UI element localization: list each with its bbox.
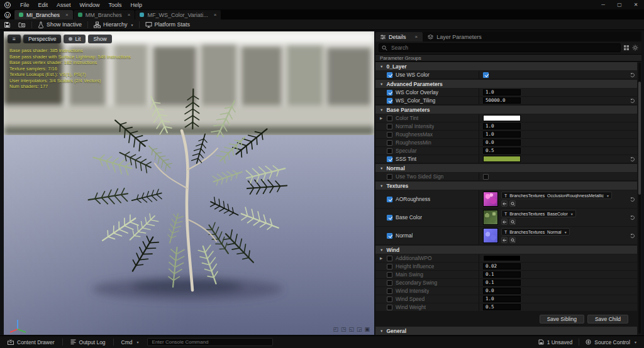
group-header-advanced-parameters[interactable]: ▼ Advanced Parameters [375,80,637,89]
save-button[interactable] [0,19,14,30]
tab-layer-parameters[interactable]: Layer Parameters [423,32,487,41]
use-selected-asset-icon[interactable] [501,200,508,207]
reset-to-default-icon[interactable] [629,214,636,221]
group-header-normal[interactable]: ▼ Normal [375,164,637,173]
texture-asset-combo[interactable]: T_BranchesTextures_BaseColor ▾ [501,210,576,217]
number-field[interactable]: 0.1 [483,271,521,278]
number-field[interactable]: 0.0 [483,288,521,294]
number-field[interactable]: 1.0 [483,89,521,95]
param-enable-checkbox[interactable] [387,156,392,162]
param-enable-checkbox[interactable] [387,72,392,78]
view-options-grid-icon[interactable] [623,45,630,51]
show-flags-button[interactable]: Show [88,35,111,43]
details-scrollbar[interactable] [638,63,641,334]
texture-asset-combo[interactable]: T_BranchesTextures_OcclusionRoughnessMet… [501,192,612,199]
minimize-button[interactable]: ─ [595,0,611,9]
menu-window[interactable]: Window [75,0,104,9]
unsaved-assets-button[interactable]: 1 Unsaved [534,336,577,348]
reset-to-default-icon[interactable] [629,155,636,163]
save-sibling-button[interactable]: Save Sibling [540,315,584,324]
tab-close-icon[interactable]: × [65,12,69,18]
close-button[interactable]: ✕ [628,0,644,9]
reset-to-default-icon[interactable] [629,97,636,104]
group-header-general[interactable]: ▼ General [375,327,637,335]
console-command-box[interactable] [147,338,273,346]
browse-to-asset-icon[interactable] [509,219,516,225]
perspective-button[interactable]: Perspective [23,35,61,43]
param-enable-checkbox[interactable] [387,233,392,239]
number-field[interactable]: 1.0 [483,296,521,302]
viewport-layout-icon[interactable]: ◰ [333,326,338,332]
group-header-textures[interactable]: ▼ Textures [375,182,637,190]
group-header-base-parameters[interactable]: ▼ Base Parameters [375,106,637,114]
param-enable-checkbox[interactable] [387,280,392,286]
tab-close-icon[interactable]: × [415,34,418,40]
tab-mm-branches[interactable]: MM_Branches × [74,10,135,19]
param-enable-checkbox[interactable] [387,215,392,220]
tab-close-icon[interactable]: × [214,12,217,18]
output-log-button[interactable]: Output Log [66,336,110,348]
menu-file[interactable]: File [16,0,34,9]
param-enable-checkbox[interactable] [387,116,392,121]
viewport-layout-icon[interactable]: ◱ [348,326,354,332]
maximize-viewport-icon[interactable]: ▣ [364,326,370,332]
group-header-wind[interactable]: ▼ Wind [375,246,637,254]
menu-edit[interactable]: Edit [34,0,53,9]
expander-icon[interactable]: ▶ [380,256,382,260]
tab-mf-ws-color-variation[interactable]: MF_WS_Color_Variati... × [135,10,221,19]
browse-to-asset-icon[interactable] [509,237,516,243]
param-enable-checkbox[interactable] [387,256,392,261]
cmd-dropdown[interactable]: Cmd ▾ [117,336,143,348]
viewport-menu-button[interactable]: ≡ [8,35,21,43]
tab-close-icon[interactable]: × [128,12,131,18]
use-selected-asset-icon[interactable] [501,237,508,243]
group-header-0-layer[interactable]: ▼ 0_Layer [375,62,637,71]
use-selected-asset-icon[interactable] [501,219,508,225]
menu-tools[interactable]: Tools [104,0,126,9]
number-field[interactable]: 50000.0 [483,97,521,104]
reset-to-default-icon[interactable] [629,232,636,239]
param-enable-checkbox[interactable] [387,140,392,146]
number-field[interactable]: 0.1 [483,280,521,286]
show-inactive-button[interactable]: Show Inactive [34,19,86,30]
search-input[interactable] [390,44,618,52]
save-child-button[interactable]: Save Child [587,315,628,324]
texture-asset-combo[interactable]: T_BranchesTextures_Normal ▾ [501,228,570,236]
color-swatch[interactable] [483,115,521,121]
color-swatch[interactable] [483,156,521,162]
number-field[interactable]: 0.02 [483,263,521,269]
param-enable-checkbox[interactable] [387,264,392,269]
vector-field[interactable] [483,255,521,261]
gear-icon[interactable] [632,45,638,51]
param-enable-checkbox[interactable] [387,197,392,202]
scrollbar-thumb[interactable] [638,82,641,195]
param-enable-checkbox[interactable] [387,124,392,129]
number-field[interactable]: 1.0 [483,123,521,129]
console-command-input[interactable] [151,339,269,345]
bool-value-checkbox[interactable] [483,72,489,78]
lit-mode-button[interactable]: Lit [64,35,86,43]
reset-to-default-icon[interactable] [629,71,636,79]
param-enable-checkbox[interactable] [387,305,392,310]
browse-to-asset-icon[interactable] [509,200,516,207]
param-enable-checkbox[interactable] [387,148,392,154]
viewport-layout-icon[interactable]: ◲ [357,326,362,332]
param-enable-checkbox[interactable] [387,132,392,138]
expander-icon[interactable]: ▶ [380,116,382,120]
number-field[interactable]: 1.0 [483,131,521,138]
bool-value-checkbox[interactable] [483,174,489,180]
param-enable-checkbox[interactable] [387,174,392,180]
param-enable-checkbox[interactable] [387,272,392,278]
preview-viewport[interactable]: ≡ Perspective Lit Show Base pass shader:… [4,31,374,335]
texture-thumbnail[interactable] [483,192,498,207]
number-field[interactable]: 0.5 [483,304,521,310]
texture-thumbnail[interactable] [483,210,498,225]
param-enable-checkbox[interactable] [387,296,392,302]
menu-asset[interactable]: Asset [52,0,75,9]
platform-stats-button[interactable]: Platform Stats [142,19,194,30]
param-enable-checkbox[interactable] [387,90,392,95]
browse-to-asset-button[interactable] [14,19,30,30]
param-enable-checkbox[interactable] [387,98,392,104]
tab-mi-branches[interactable]: MI_Branches × [14,10,73,19]
content-drawer-button[interactable]: Content Drawer [3,336,59,348]
